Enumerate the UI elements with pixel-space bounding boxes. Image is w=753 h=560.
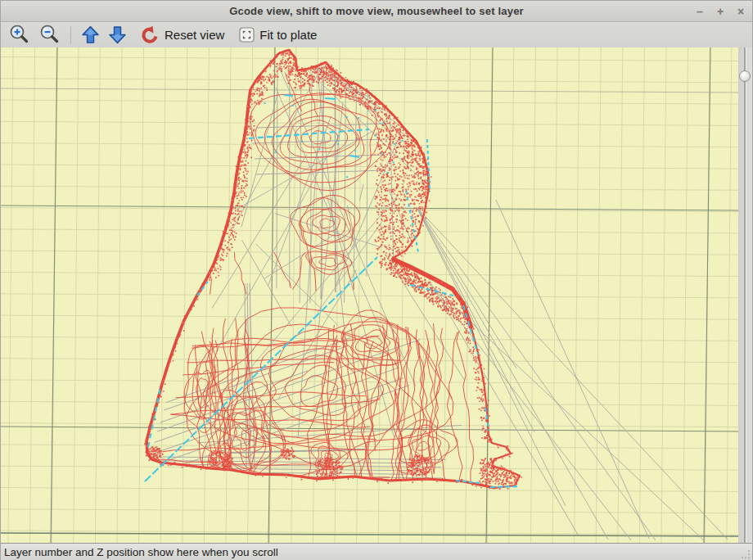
minimize-button[interactable]: – bbox=[693, 5, 706, 18]
status-message: Layer number and Z position show here wh… bbox=[4, 546, 278, 558]
fit-to-plate-label: Fit to plate bbox=[259, 28, 317, 42]
close-button[interactable]: × bbox=[734, 5, 747, 18]
toolbar: Reset view Fit to plate bbox=[1, 22, 752, 47]
status-bar: Layer number and Z position show here wh… bbox=[1, 543, 752, 560]
title-bar[interactable]: Gcode view, shift to move view, mousewhe… bbox=[1, 1, 752, 22]
zoom-in-icon bbox=[8, 24, 30, 46]
reset-view-icon bbox=[140, 25, 160, 45]
layer-down-icon bbox=[108, 25, 127, 45]
fit-to-plate-button[interactable]: Fit to plate bbox=[235, 25, 321, 44]
reset-view-label: Reset view bbox=[165, 28, 224, 42]
resize-grip-icon[interactable] bbox=[739, 548, 751, 559]
layer-slider-thumb[interactable] bbox=[739, 70, 751, 82]
gcode-viewport[interactable] bbox=[1, 47, 740, 543]
gcode-view-window: Gcode view, shift to move view, mousewhe… bbox=[0, 0, 753, 560]
maximize-button[interactable]: + bbox=[714, 5, 727, 18]
layer-up-button[interactable] bbox=[77, 23, 104, 47]
fit-to-plate-icon bbox=[239, 27, 255, 43]
zoom-out-button[interactable] bbox=[34, 22, 65, 47]
layer-up-icon bbox=[81, 25, 100, 45]
reset-view-button[interactable]: Reset view bbox=[136, 24, 228, 47]
layer-down-button[interactable] bbox=[104, 23, 131, 47]
toolbar-separator bbox=[70, 26, 71, 44]
viewport-area bbox=[1, 47, 752, 543]
layer-slider[interactable] bbox=[738, 47, 752, 543]
zoom-in-button[interactable] bbox=[4, 22, 34, 47]
window-title: Gcode view, shift to move view, mousewhe… bbox=[229, 5, 524, 17]
zoom-out-icon bbox=[38, 24, 61, 46]
window-controls: – + × bbox=[693, 1, 747, 22]
layer-slider-track[interactable] bbox=[744, 47, 746, 543]
